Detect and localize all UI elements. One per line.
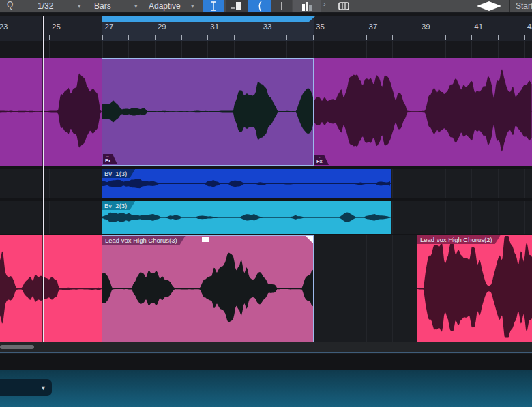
gridline xyxy=(128,41,129,58)
quantize-value-label: 1/32 xyxy=(38,1,53,11)
gridline xyxy=(340,41,340,58)
ruler-tick xyxy=(313,35,314,40)
waveform xyxy=(0,235,102,342)
gridline xyxy=(419,41,419,58)
region-vocal-selected[interactable]: → Fx xyxy=(102,58,314,166)
ruler-tick xyxy=(23,35,23,40)
chevron-down-icon[interactable]: ▾ xyxy=(191,0,194,12)
bar-label: 39 xyxy=(422,22,430,31)
waveform xyxy=(0,58,102,166)
waveform xyxy=(417,235,532,342)
horizontal-scrollbar[interactable] xyxy=(0,342,532,353)
monitor-button[interactable] xyxy=(336,0,352,12)
diamond-icon xyxy=(476,1,502,12)
waveform xyxy=(102,169,391,198)
bar-label: 37 xyxy=(369,22,378,31)
gridline xyxy=(76,41,76,58)
timeline-mode-dropdown[interactable]: Adaptive xyxy=(149,0,181,12)
chevron-right-icon[interactable]: › xyxy=(323,0,326,10)
bar-label: 31 xyxy=(210,22,219,31)
start-page-label: Start xyxy=(516,1,532,11)
region-bv1[interactable]: Bv_1(3) xyxy=(102,169,391,198)
bar-label: 29 xyxy=(158,22,166,31)
ruler-tick xyxy=(524,35,525,40)
ruler-tick xyxy=(128,35,129,40)
bar-chart-icon xyxy=(301,1,313,12)
bottom-panel: ▼ xyxy=(0,370,532,407)
region-name-label: Lead vox High Chorus(3) xyxy=(105,237,177,244)
scrollbar-thumb[interactable] xyxy=(0,345,34,349)
ruler-tick xyxy=(498,35,499,40)
ruler-tick xyxy=(419,35,419,40)
gridline xyxy=(207,41,208,58)
gridline xyxy=(286,41,287,58)
bar-label: 33 xyxy=(263,22,272,31)
quantize-value-dropdown[interactable]: 1/32 xyxy=(38,0,53,12)
ruler-tick xyxy=(76,35,76,40)
bottom-panel-dropdown[interactable]: ▼ xyxy=(0,379,52,396)
ruler-subdivision-row[interactable] xyxy=(0,41,532,58)
region-name-tab: Bv_1(3) xyxy=(102,169,135,178)
ruler-tick xyxy=(207,35,208,40)
loop-range-bar[interactable] xyxy=(102,16,315,22)
chevron-down-icon[interactable]: ▾ xyxy=(134,0,138,12)
timebase-label: Bars xyxy=(94,1,111,11)
bar-label: 35 xyxy=(316,22,325,31)
bar-label: 41 xyxy=(474,22,483,31)
region-name-tab: Lead vox High Chorus(2) xyxy=(417,235,501,244)
document-tool-button[interactable] xyxy=(226,0,248,12)
timeline-mode-label: Adaptive xyxy=(149,1,181,11)
start-page-button[interactable]: Start xyxy=(516,0,532,12)
region-name-label: Bv_2(3) xyxy=(104,202,127,209)
chevron-down-icon: ▼ xyxy=(40,385,46,391)
cursor-tool-button[interactable] xyxy=(203,0,224,12)
region-vocal-right[interactable]: → Fx xyxy=(314,58,532,166)
gridline xyxy=(49,41,50,58)
region-handle[interactable] xyxy=(202,237,209,242)
gridline xyxy=(23,41,23,58)
curve-cursor-icon xyxy=(255,1,265,12)
region-lead-right[interactable]: Lead vox High Chorus(2) xyxy=(417,235,532,342)
ruler-tick xyxy=(286,35,287,40)
timebase-dropdown[interactable]: Bars xyxy=(94,0,111,12)
mixer-view-button[interactable] xyxy=(293,0,321,12)
waveform xyxy=(102,201,391,234)
quantize-icon[interactable]: Q xyxy=(7,0,13,12)
gridline xyxy=(445,41,446,58)
timeline-ruler[interactable]: 2325272931333537394143 xyxy=(0,16,532,41)
gridline xyxy=(155,41,156,58)
gridline xyxy=(392,41,393,58)
waveform xyxy=(102,59,313,165)
region-vocal-left[interactable] xyxy=(0,58,102,166)
expand-arrange-button[interactable] xyxy=(475,0,503,12)
bar-label: 27 xyxy=(105,22,114,31)
paint-tool-button[interactable] xyxy=(248,0,271,12)
line-tool-button[interactable] xyxy=(271,0,292,12)
region-lead-left[interactable] xyxy=(0,235,102,342)
ruler-tick xyxy=(471,35,472,40)
region-bv2[interactable]: Bv_2(3) xyxy=(102,201,391,234)
waveform xyxy=(102,236,313,342)
ruler-tick xyxy=(392,35,393,40)
ruler-tick xyxy=(155,35,156,40)
track-lanes[interactable]: → Fx → Fx Bv_1(3) Bv_2(3) xyxy=(0,58,532,342)
ibeam-cursor-icon xyxy=(209,1,218,12)
ruler-tick xyxy=(181,35,182,40)
gridline xyxy=(313,41,314,58)
fold-corner xyxy=(306,236,313,243)
chevron-down-icon[interactable]: ▾ xyxy=(78,0,81,12)
waveform xyxy=(314,58,532,166)
region-name-label: Bv_1(3) xyxy=(104,170,127,177)
playhead[interactable] xyxy=(43,16,44,342)
gridline xyxy=(524,41,525,58)
toolbar-separator xyxy=(509,0,510,12)
region-lead-selected[interactable]: Lead vox High Chorus(3) xyxy=(102,235,314,342)
ruler-tick xyxy=(340,35,340,40)
gridline xyxy=(234,41,235,58)
document-icon xyxy=(231,1,243,11)
daw-arrange-window: Q 1/32 ▾ Bars ▾ Adaptive ▾ xyxy=(0,0,532,407)
gridline xyxy=(471,41,472,58)
ruler-tick xyxy=(445,35,446,40)
bar-label: 43 xyxy=(527,22,532,31)
ruler-tick xyxy=(261,35,261,40)
